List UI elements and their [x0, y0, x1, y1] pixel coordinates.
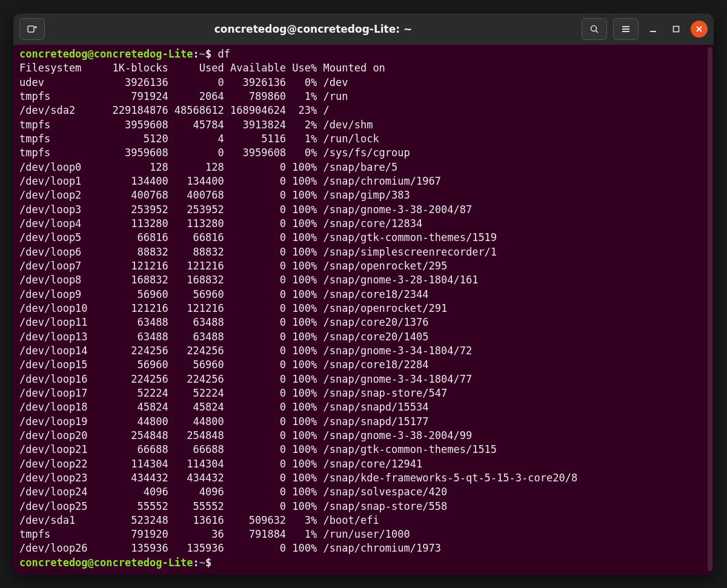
maximize-button[interactable]: [668, 21, 685, 38]
df-header: Filesystem 1K-blocks Used Available Use%…: [19, 62, 385, 74]
prompt-dollar: $: [205, 557, 211, 569]
search-icon: [589, 24, 599, 34]
df-row: /dev/loop4 113280 113280 0 100% /snap/co…: [19, 217, 422, 230]
df-row: /dev/sda2 229184876 48568612 168904624 2…: [19, 104, 330, 116]
close-button[interactable]: [691, 21, 708, 38]
df-row: tmpfs 3959608 0 3959608 0% /sys/fs/cgrou…: [19, 147, 410, 159]
df-row: /dev/loop16 224256 224256 0 100% /snap/g…: [19, 373, 472, 385]
new-tab-button[interactable]: [19, 18, 45, 40]
menu-button[interactable]: [613, 18, 639, 40]
df-row: /dev/loop15 56960 56960 0 100% /snap/cor…: [19, 358, 429, 371]
hamburger-icon: [621, 24, 631, 34]
prompt-user: concretedog@concretedog-Lite: [19, 48, 193, 60]
df-row: /dev/loop13 63488 63488 0 100% /snap/cor…: [19, 331, 429, 343]
close-icon: [695, 25, 703, 33]
df-row: /dev/loop0 128 128 0 100% /snap/bare/5: [19, 161, 397, 173]
df-row: tmpfs 791920 36 791884 1% /run/user/1000: [19, 528, 410, 540]
df-row: /dev/loop17 52224 52224 0 100% /snap/sna…: [19, 387, 447, 399]
scrollbar[interactable]: [708, 47, 712, 571]
svg-rect-9: [674, 27, 679, 32]
prompt-dollar: $: [205, 48, 211, 60]
df-row: /dev/loop10 121216 121216 0 100% /snap/o…: [19, 302, 447, 314]
df-row: /dev/loop8 168832 168832 0 100% /snap/gn…: [19, 274, 478, 286]
window-title: concretedog@concretedog-Lite: ~: [45, 23, 582, 35]
df-row: udev 3926136 0 3926136 0% /dev: [19, 76, 348, 88]
df-row: /dev/loop14 224256 224256 0 100% /snap/g…: [19, 345, 472, 357]
prompt-user: concretedog@concretedog-Lite: [19, 557, 193, 569]
df-row: /dev/loop3 253952 253952 0 100% /snap/gn…: [19, 203, 472, 216]
df-row: /dev/loop11 63488 63488 0 100% /snap/cor…: [19, 316, 429, 328]
df-row: tmpfs 5120 4 5116 1% /run/lock: [19, 133, 379, 145]
df-row: /dev/loop2 400768 400768 0 100% /snap/gi…: [19, 189, 410, 201]
df-row: /dev/loop24 4096 4096 0 100% /snap/solve…: [19, 486, 447, 498]
df-row: /dev/loop9 56960 56960 0 100% /snap/core…: [19, 288, 429, 300]
df-row: /dev/loop18 45824 45824 0 100% /snap/sna…: [19, 401, 429, 413]
df-row: /dev/loop1 134400 134400 0 100% /snap/ch…: [19, 175, 441, 187]
df-row: /dev/loop21 66688 66688 0 100% /snap/gtk…: [19, 443, 497, 455]
new-tab-icon: [27, 24, 38, 35]
df-row: /dev/loop7 121216 121216 0 100% /snap/op…: [19, 260, 447, 272]
df-row: /dev/loop5 66816 66816 0 100% /snap/gtk-…: [19, 231, 497, 243]
df-row: /dev/loop19 44800 44800 0 100% /snap/sna…: [19, 415, 429, 428]
titlebar: concretedog@concretedog-Lite: ~: [13, 13, 714, 45]
df-row: /dev/loop26 135936 135936 0 100% /snap/c…: [19, 542, 441, 554]
svg-point-3: [591, 26, 597, 31]
maximize-icon: [672, 25, 680, 33]
df-row: /dev/loop6 88832 88832 0 100% /snap/simp…: [19, 246, 497, 258]
terminal-content[interactable]: concretedog@concretedog-Lite:~$ df Files…: [13, 45, 714, 575]
df-row: /dev/sda1 523248 13616 509632 3% /boot/e…: [19, 514, 379, 526]
prompt-sep: :: [193, 557, 199, 569]
minimize-icon: [649, 25, 657, 33]
search-button[interactable]: [582, 18, 607, 40]
df-row: /dev/loop25 55552 55552 0 100% /snap/sna…: [19, 500, 447, 512]
terminal-window: concretedog@concretedog-Lite: ~: [13, 13, 714, 575]
df-row: tmpfs 791924 2064 789860 1% /run: [19, 90, 348, 102]
df-row: tmpfs 3959608 45784 3913824 2% /dev/shm: [19, 119, 373, 131]
prompt-sep: :: [193, 48, 199, 60]
svg-rect-0: [28, 26, 34, 32]
df-row: /dev/loop20 254848 254848 0 100% /snap/g…: [19, 429, 472, 441]
df-row: /dev/loop23 434432 434432 0 100% /snap/k…: [19, 472, 577, 484]
svg-line-4: [596, 31, 599, 33]
df-row: /dev/loop22 114304 114304 0 100% /snap/c…: [19, 458, 422, 470]
minimize-button[interactable]: [645, 21, 662, 38]
prompt-path: ~: [199, 48, 205, 60]
prompt-path: ~: [199, 557, 205, 569]
command-text: df: [218, 48, 230, 60]
